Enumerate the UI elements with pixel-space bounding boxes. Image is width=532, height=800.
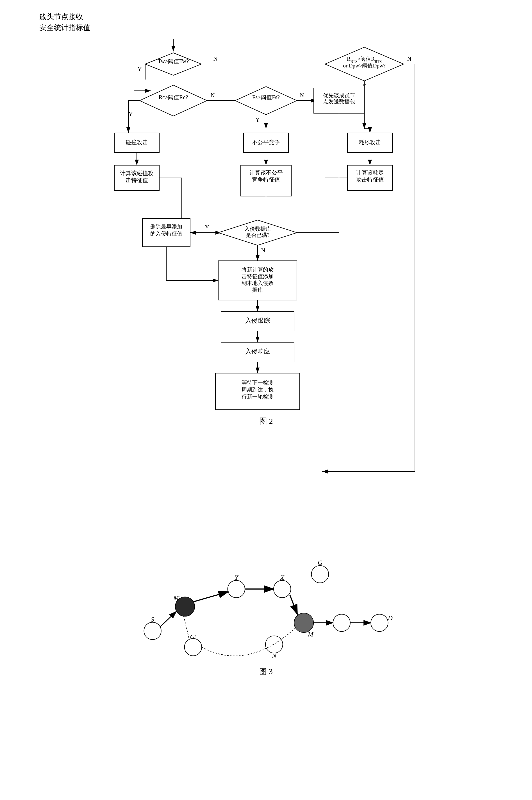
svg-text:N: N — [407, 56, 411, 62]
svg-text:N: N — [272, 652, 277, 659]
svg-line-115 — [193, 592, 228, 602]
svg-text:Y: Y — [129, 111, 133, 117]
svg-line-120 — [184, 616, 189, 638]
svg-text:N: N — [300, 92, 304, 98]
svg-text:行新一轮检测: 行新一轮检测 — [242, 394, 273, 399]
svg-text:计算该耗尽: 计算该耗尽 — [356, 169, 384, 175]
flowchart-wrapper: Tw>阈值Tw? Y N Rc>阈值Rc? Y N — [112, 36, 420, 514]
svg-point-104 — [273, 580, 291, 598]
svg-point-96 — [144, 622, 161, 640]
svg-text:Y: Y — [255, 117, 260, 123]
svg-point-113 — [371, 614, 388, 632]
svg-text:碰撞攻击: 碰撞攻击 — [125, 139, 148, 145]
svg-text:S: S — [151, 616, 154, 623]
svg-text:Y: Y — [234, 574, 239, 581]
svg-line-117 — [290, 595, 298, 614]
svg-text:N: N — [261, 247, 265, 254]
svg-text:不公平竞争: 不公平竞争 — [252, 139, 280, 145]
svg-text:据库: 据库 — [252, 287, 263, 293]
svg-text:Y: Y — [138, 66, 141, 72]
svg-text:入侵跟踪: 入侵跟踪 — [245, 317, 270, 324]
svg-text:Fs>阈值Fs?: Fs>阈值Fs? — [252, 94, 280, 100]
svg-text:删除最早添加: 删除最早添加 — [150, 224, 182, 229]
svg-text:or Dpw>阈值Dpw?: or Dpw>阈值Dpw? — [343, 63, 386, 69]
svg-text:是否已满?: 是否已满? — [246, 232, 269, 238]
svg-text:点发送数据包: 点发送数据包 — [323, 99, 355, 105]
flowchart-svg: Tw>阈值Tw? Y N Rc>阈值Rc? Y N — [112, 36, 420, 514]
svg-text:的入侵特征值: 的入侵特征值 — [150, 231, 182, 237]
network-section: S G' M' Y X G N — [17, 542, 515, 682]
network-svg: S G' M' Y X G N — [126, 542, 406, 682]
svg-text:Tw>阈值Tw?: Tw>阈值Tw? — [158, 58, 189, 64]
svg-text:G: G — [318, 559, 322, 566]
svg-text:N: N — [213, 56, 217, 62]
svg-marker-11 — [139, 85, 207, 116]
svg-text:耗尽攻击: 耗尽攻击 — [359, 139, 381, 145]
svg-point-110 — [294, 613, 314, 633]
svg-text:计算该不公平: 计算该不公平 — [249, 169, 283, 175]
svg-text:N: N — [211, 92, 214, 98]
svg-point-112 — [333, 614, 350, 632]
svg-text:计算该碰撞攻: 计算该碰撞攻 — [120, 170, 154, 176]
svg-text:攻击特征值: 攻击特征值 — [356, 176, 384, 183]
svg-text:入侵响应: 入侵响应 — [245, 348, 270, 355]
svg-text:图 3: 图 3 — [259, 667, 272, 676]
svg-text:周期到达，执: 周期到达，执 — [242, 387, 273, 393]
svg-point-108 — [265, 636, 283, 653]
svg-text:将新计算的攻: 将新计算的攻 — [241, 267, 273, 273]
flowchart-title-text: 簇头节点接收安全统计指标值 — [39, 11, 91, 33]
svg-text:Rc>阈值Rc?: Rc>阈值Rc? — [159, 94, 188, 100]
svg-text:M: M — [308, 631, 314, 638]
svg-text:D: D — [387, 614, 393, 621]
svg-text:击特征值添加: 击特征值添加 — [242, 274, 273, 279]
svg-text:图 2: 图 2 — [259, 417, 273, 425]
svg-text:X: X — [280, 574, 285, 581]
svg-text:M': M' — [173, 594, 180, 601]
svg-text:等待下一检测: 等待下一检测 — [242, 379, 273, 386]
svg-text:击特征值: 击特征值 — [126, 177, 148, 183]
svg-point-102 — [228, 580, 245, 598]
flowchart-title: 簇头节点接收安全统计指标值 — [39, 11, 91, 33]
svg-point-106 — [311, 566, 329, 583]
svg-line-121 — [160, 611, 176, 627]
network-wrapper: S G' M' Y X G N — [126, 542, 406, 682]
svg-text:优先该成员节: 优先该成员节 — [323, 92, 355, 98]
svg-text:入侵数据库: 入侵数据库 — [244, 226, 271, 232]
page-container: 簇头节点接收安全统计指标值 Tw>阈值Tw? Y N — [0, 0, 532, 693]
flowchart-section: 簇头节点接收安全统计指标值 Tw>阈值Tw? Y N — [17, 11, 515, 514]
svg-point-98 — [185, 638, 202, 656]
svg-marker-18 — [235, 87, 297, 115]
svg-text:竞争特征值: 竞争特征值 — [252, 176, 280, 183]
svg-text:Y: Y — [205, 224, 209, 230]
svg-text:到本地入侵数: 到本地入侵数 — [242, 280, 273, 286]
svg-text:G': G' — [190, 633, 197, 640]
